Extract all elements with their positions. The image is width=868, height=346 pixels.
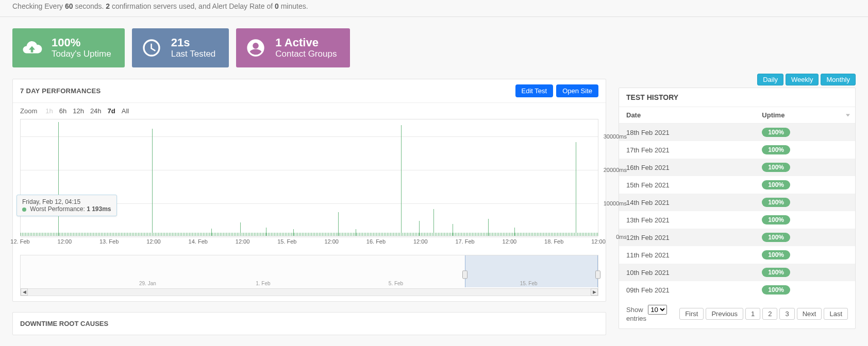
col-date[interactable]: Date [619,107,755,124]
spike [266,228,266,236]
series-dot-icon [22,207,26,212]
edit-test-button[interactable]: Edit Test [515,84,554,97]
cell-uptime: 100% [755,141,855,159]
uptime-badge: 100% [762,198,790,207]
spike [419,221,420,236]
config-summary: Checking Every 60 seconds. 2 confirmatio… [0,0,868,17]
page-first[interactable]: First [679,308,704,320]
history-table: Date Uptime 18th Feb 2021100%17th Feb 20… [619,107,855,299]
pager: FirstPrevious123NextLast [679,308,848,320]
card-tested-label: Last Tested [171,49,216,59]
chart-tooltip: Friday, Feb 12, 04:15 Worst Performance:… [16,195,117,216]
xtick: 12:00 [324,238,339,245]
table-row[interactable]: 12th Feb 2021100% [619,229,855,246]
spike [433,209,434,236]
tab-daily[interactable]: Daily [757,74,783,85]
uptime-badge: 100% [762,268,790,277]
page-last[interactable]: Last [824,308,848,320]
history-range-segment: DailyWeeklyMonthly [619,74,856,85]
uptime-badge: 100% [762,128,790,137]
card-contact-groups[interactable]: 1 Active Contact Groups [236,28,350,67]
card-uptime-value: 100% [52,37,111,49]
nav-scroll-right-icon[interactable]: ▶ [591,288,598,296]
spike [576,142,576,236]
xtick: 18. Feb [544,238,563,245]
cell-date: 10th Feb 2021 [619,264,755,281]
table-row[interactable]: 14th Feb 2021100% [619,194,855,211]
cell-date: 09th Feb 2021 [619,281,755,299]
ytick: 30000ms [604,133,627,140]
page-3[interactable]: 3 [779,308,794,320]
cell-uptime: 100% [755,124,855,142]
xtick: 17. Feb [455,238,474,245]
table-row[interactable]: 13th Feb 2021100% [619,211,855,229]
cell-uptime: 100% [755,264,855,281]
table-row[interactable]: 15th Feb 2021100% [619,176,855,194]
tab-weekly[interactable]: Weekly [786,74,819,85]
zoom-12h[interactable]: 12h [70,106,87,116]
navigator-handle[interactable] [462,270,468,279]
table-row[interactable]: 16th Feb 2021100% [619,159,855,176]
nav-xtick: 1. Feb [256,281,270,286]
col-uptime[interactable]: Uptime [755,107,855,124]
chart-navigator[interactable]: ◀ ▶ 29. Jan1. Feb5. Feb15. Feb [20,255,598,296]
table-row[interactable]: 10th Feb 2021100% [619,264,855,281]
zoom-7d[interactable]: 7d [105,106,119,116]
page-2[interactable]: 2 [762,308,777,320]
nav-scroll-left-icon[interactable]: ◀ [21,288,28,296]
stat-cards: 100% Today's Uptime 21s Last Tested 1 Ac… [0,17,868,79]
nav-xtick: 5. Feb [389,281,403,286]
xtick: 15. Feb [277,238,296,245]
cell-date: 18th Feb 2021 [619,124,755,142]
card-tested-value: 21s [171,37,216,49]
card-last-tested[interactable]: 21s Last Tested [132,28,229,67]
page-next[interactable]: Next [797,308,822,320]
cell-uptime: 100% [755,246,855,264]
zoom-label: Zoom [20,107,37,115]
navigator-handle[interactable] [595,270,600,279]
cell-uptime: 100% [755,159,855,176]
xtick: 12. Feb [10,238,29,245]
page-previous[interactable]: Previous [706,308,743,320]
cell-date: 11th Feb 2021 [619,246,755,264]
performance-chart[interactable]: 0ms10000ms20000ms30000ms [20,119,598,236]
xtick: 13. Feb [99,238,119,245]
spike [240,222,241,236]
nav-xtick: 15. Feb [520,281,538,286]
table-row[interactable]: 18th Feb 2021100% [619,124,855,142]
open-site-button[interactable]: Open Site [556,84,598,97]
spike [338,212,339,236]
cell-date: 14th Feb 2021 [619,194,755,211]
chart-baseline [21,233,598,236]
table-row[interactable]: 17th Feb 2021100% [619,141,855,159]
history-title: TEST HISTORY [626,93,678,101]
table-row[interactable]: 11th Feb 2021100% [619,246,855,264]
performance-panel: 7 DAY PERFORMANCES Edit Test Open Site Z… [12,79,606,302]
cell-uptime: 100% [755,176,855,194]
cell-date: 15th Feb 2021 [619,176,755,194]
uptime-badge: 100% [762,145,790,154]
spike [514,228,515,236]
tooltip-label: Worst Performance: [30,205,85,213]
panel-title: 7 DAY PERFORMANCES [20,87,101,95]
zoom-6h[interactable]: 6h [56,106,70,116]
cell-uptime: 100% [755,194,855,211]
xtick: 12:00 [503,238,517,245]
uptime-badge: 100% [762,233,790,242]
entries-control: Show 10 entries [626,305,679,322]
table-row[interactable]: 09th Feb 2021100% [619,281,855,299]
zoom-All[interactable]: All [119,106,132,116]
page-size-select[interactable]: 10 [648,305,667,315]
navigator-track [28,288,591,296]
clock-icon [139,36,164,60]
zoom-24h[interactable]: 24h [87,106,105,116]
spike [152,129,153,236]
tab-monthly[interactable]: Monthly [821,74,856,85]
page-1[interactable]: 1 [745,308,760,320]
ytick: 0ms [616,234,627,240]
card-uptime[interactable]: 100% Today's Uptime [12,28,125,67]
spike [211,229,212,236]
spike [453,224,453,236]
tooltip-value: 1 193ms [87,205,111,213]
ytick: 10000ms [604,200,627,206]
